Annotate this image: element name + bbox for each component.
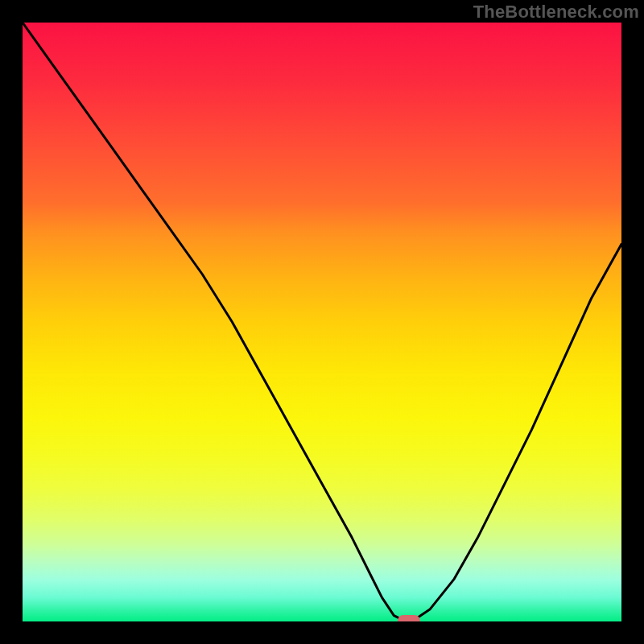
optimal-marker (398, 615, 420, 621)
bottleneck-curve-svg (23, 23, 621, 621)
chart-frame: TheBottleneck.com (0, 0, 644, 644)
plot-area (23, 23, 621, 621)
watermark-text: TheBottleneck.com (473, 2, 639, 23)
bottleneck-curve-path (23, 23, 621, 621)
